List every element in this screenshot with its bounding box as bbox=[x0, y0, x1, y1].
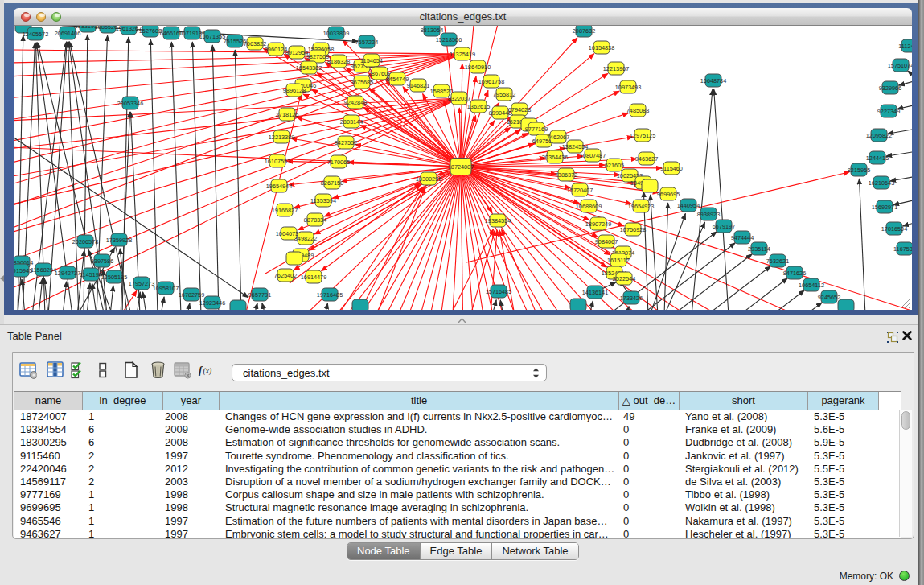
table-cell[interactable]: 1997 bbox=[163, 528, 220, 538]
table-cell[interactable]: Nakamura et al. (1997) bbox=[680, 515, 808, 528]
network-window-titlebar[interactable]: citations_edges.txt bbox=[14, 8, 912, 26]
citation-edge-red[interactable] bbox=[322, 167, 461, 310]
table-cell[interactable]: 2008 bbox=[163, 436, 220, 449]
citation-edge-black[interactable] bbox=[886, 151, 912, 156]
table-cell[interactable]: 9699695 bbox=[14, 501, 83, 514]
table-cell[interactable]: Changes of HCN gene expression and I(f) … bbox=[220, 410, 619, 423]
table-cell[interactable]: 5.3E-5 bbox=[808, 488, 879, 501]
table-cell[interactable]: Estimation of the future numbers of pati… bbox=[220, 515, 619, 528]
citation-edge-black[interactable] bbox=[212, 45, 219, 310]
table-cell[interactable]: 5.3E-5 bbox=[808, 450, 879, 463]
table-row[interactable]: 1872400712008Changes of HCN gene express… bbox=[14, 410, 901, 423]
graph-node[interactable] bbox=[570, 299, 586, 310]
graph-node[interactable] bbox=[286, 252, 302, 265]
table-cell[interactable]: 18300295 bbox=[14, 436, 83, 449]
delete-columns-button[interactable] bbox=[147, 360, 168, 381]
close-panel-icon[interactable] bbox=[901, 330, 913, 341]
column-header-name[interactable]: name bbox=[14, 392, 83, 410]
table-cell[interactable]: Hescheler et al. (1997) bbox=[680, 528, 808, 538]
table-cell[interactable]: Tourette syndrome. Phenomenology and cla… bbox=[220, 450, 619, 463]
tab-edge-table[interactable]: Edge Table bbox=[421, 543, 493, 559]
table-cell[interactable]: 0 bbox=[619, 501, 680, 514]
table-cell[interactable]: 5.3E-5 bbox=[808, 515, 879, 528]
citation-edge-red[interactable] bbox=[376, 187, 425, 310]
table-cell[interactable]: Disruption of a novel member of a sodium… bbox=[220, 476, 619, 488]
column-header-in_degree[interactable]: in_degree bbox=[83, 392, 163, 410]
table-cell[interactable]: 0 bbox=[619, 488, 680, 501]
table-cell[interactable]: 5.9E-5 bbox=[808, 436, 879, 449]
table-cell[interactable]: 22420046 bbox=[14, 463, 83, 476]
citation-edge-black[interactable] bbox=[739, 278, 787, 310]
citation-edge-black[interactable] bbox=[805, 303, 822, 310]
table-cell[interactable]: 2003 bbox=[163, 476, 220, 488]
table-cell[interactable]: Franke et al. (2009) bbox=[680, 423, 808, 436]
table-cell[interactable]: 2 bbox=[83, 463, 163, 476]
citation-edge-red[interactable] bbox=[14, 50, 462, 54]
citation-edge-red[interactable] bbox=[461, 167, 912, 310]
citation-edge-red[interactable] bbox=[342, 167, 461, 182]
network-canvas[interactable]: 1240557220691406188319541085526719613267… bbox=[14, 26, 912, 310]
table-cell[interactable]: 5.3E-5 bbox=[808, 501, 879, 514]
float-panel-icon[interactable] bbox=[886, 331, 899, 344]
citation-edge-black[interactable] bbox=[150, 39, 158, 310]
table-cell[interactable]: 18724007 bbox=[14, 410, 83, 423]
table-cell[interactable]: Embryonic stem cells: a model to study s… bbox=[220, 528, 619, 538]
table-cell[interactable]: 0 bbox=[619, 423, 680, 436]
table-settings-button[interactable] bbox=[17, 360, 38, 381]
citation-edge-black[interactable] bbox=[714, 89, 729, 310]
tab-network-table[interactable]: Network Table bbox=[492, 543, 577, 559]
graph-node[interactable] bbox=[838, 299, 854, 310]
table-cell[interactable]: 2 bbox=[83, 476, 163, 488]
citation-edge-black[interactable] bbox=[325, 303, 328, 310]
table-cell[interactable]: 5.5E-5 bbox=[808, 463, 879, 476]
table-cell[interactable]: 1997 bbox=[163, 515, 220, 528]
table-cell[interactable]: 2009 bbox=[163, 423, 220, 436]
citation-edge-black[interactable] bbox=[651, 195, 658, 310]
table-cell[interactable]: de Silva et al. (2003) bbox=[680, 476, 808, 488]
citation-edge-red[interactable] bbox=[363, 107, 461, 167]
table-cell[interactable]: 1 bbox=[83, 501, 163, 514]
citation-edge-black[interactable] bbox=[254, 303, 257, 310]
citation-edge-black[interactable] bbox=[39, 278, 43, 310]
table-cell[interactable]: 2 bbox=[83, 450, 163, 463]
graph-node[interactable] bbox=[642, 179, 658, 192]
citation-edge-black[interactable] bbox=[908, 71, 912, 78]
citation-edge-black[interactable] bbox=[110, 286, 113, 310]
citation-edge-black[interactable] bbox=[187, 303, 190, 310]
column-header-title[interactable]: title bbox=[220, 392, 619, 410]
table-cell[interactable]: 9115460 bbox=[14, 450, 83, 463]
show-columns-button[interactable] bbox=[44, 360, 65, 381]
column-header-year[interactable]: year bbox=[163, 392, 220, 410]
delete-table-button[interactable] bbox=[171, 360, 192, 381]
table-cell[interactable]: 0 bbox=[619, 528, 680, 538]
table-cell[interactable]: Structural magnetic resonance image aver… bbox=[220, 501, 619, 514]
citation-edge-black[interactable] bbox=[707, 266, 771, 310]
table-row[interactable]: 1938455462009Genome-wide association stu… bbox=[14, 423, 901, 436]
citation-edge-black[interactable] bbox=[235, 50, 241, 310]
table-cell[interactable]: Wolkin et al. (1998) bbox=[680, 501, 808, 514]
table-cell[interactable]: 14569117 bbox=[14, 476, 83, 488]
table-cell[interactable]: 1 bbox=[83, 410, 163, 423]
table-row[interactable]: 977716911998Corpus callosum shape and si… bbox=[14, 488, 901, 501]
resize-grip-icon[interactable] bbox=[900, 298, 911, 309]
table-cell[interactable]: 1998 bbox=[163, 501, 220, 514]
table-cell[interactable]: 19384554 bbox=[14, 423, 83, 436]
table-cell[interactable]: 1 bbox=[83, 528, 163, 538]
table-cell[interactable]: Corpus callosum shape and size in male p… bbox=[220, 488, 619, 501]
table-row[interactable]: 1456911722003Disruption of a novel membe… bbox=[14, 476, 901, 488]
table-row[interactable]: 946554611997Estimation of the future num… bbox=[14, 515, 901, 528]
tab-node-table[interactable]: Node Table bbox=[347, 543, 421, 559]
graph-node[interactable] bbox=[352, 299, 368, 310]
citation-edge-red[interactable] bbox=[14, 54, 462, 63]
citation-edge-red[interactable] bbox=[338, 187, 423, 310]
table-cell[interactable]: 5.3E-5 bbox=[808, 528, 879, 538]
graph-node[interactable] bbox=[230, 300, 246, 310]
table-cell[interactable]: 9777169 bbox=[14, 488, 83, 501]
select-all-button[interactable] bbox=[68, 360, 89, 381]
table-cell[interactable]: 0 bbox=[619, 515, 680, 528]
table-row[interactable]: 2242004622012Investigating the contribut… bbox=[14, 463, 901, 476]
table-row[interactable]: 969969511998Structural magnetic resonanc… bbox=[14, 501, 901, 514]
table-cell[interactable]: 5.6E-5 bbox=[808, 423, 879, 436]
table-cell[interactable]: 5.3E-5 bbox=[808, 410, 879, 423]
citation-edge-black[interactable] bbox=[262, 303, 265, 310]
